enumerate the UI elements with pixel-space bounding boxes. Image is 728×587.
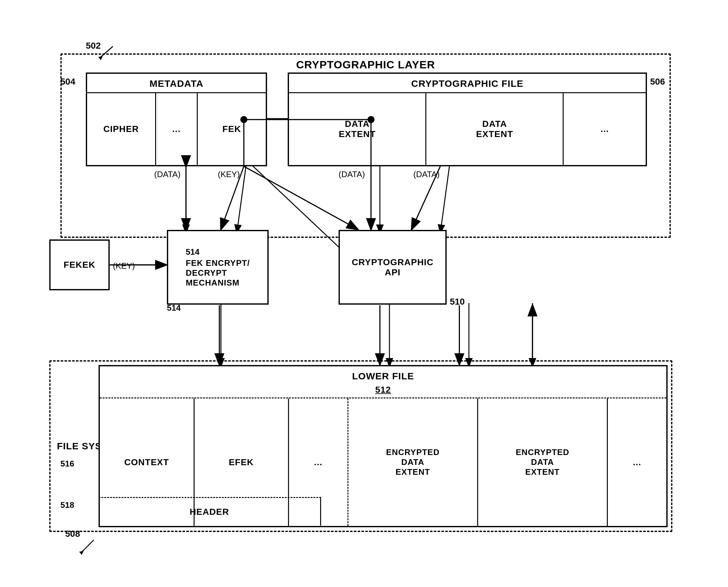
arrow-data3-label: (DATA) — [413, 169, 440, 179]
lower-file-header: LOWER FILE — [100, 366, 666, 385]
encrypted-data-extent2-cell: ENCRYPTED DATA EXTENT — [478, 398, 608, 526]
svg-line-21 — [81, 540, 94, 553]
ref-504-label: 504 — [60, 77, 75, 87]
data-extent2-cell: DATA EXTENT — [426, 93, 564, 165]
fek-cell: FEK — [198, 93, 266, 165]
data-extent1-cell: DATA EXTENT — [289, 93, 426, 165]
arrow-data1-label: (DATA) — [154, 169, 180, 179]
arrow-key1-label: (KEY) — [218, 169, 240, 179]
ref-514-outside: 514 — [167, 303, 180, 313]
arrow-data2-label: (DATA) — [339, 169, 365, 179]
cryptographic-file-label: CRYPTOGRAPHIC FILE — [289, 74, 646, 93]
metadata-box: METADATA CIPHER ... FEK — [86, 72, 267, 166]
svg-marker-20 — [98, 56, 103, 60]
header-cell: HEADER — [99, 497, 321, 526]
metadata-label: METADATA — [87, 74, 266, 93]
ellipsis4-cell: ... — [608, 398, 666, 526]
fek-encrypt-box: 514 FEK ENCRYPT/ DECRYPT MECHANISM — [167, 230, 269, 305]
diagram: 502 CRYPTOGRAPHIC LAYER 504 METADATA CIP… — [30, 23, 698, 564]
ellipsis2-cell: ... — [564, 93, 646, 165]
arrow-key2-label: (KEY) — [113, 261, 135, 271]
ref-516-label: 516 — [60, 459, 74, 469]
ref-508-arrow — [75, 538, 100, 557]
ref-508-label: 508 — [65, 529, 80, 539]
fekek-box: FEKEK — [49, 239, 110, 290]
encrypted-data-extent1-cell: ENCRYPTED DATA EXTENT — [348, 398, 478, 526]
cryptographic-api-box: CRYPTOGRAPHIC API — [339, 230, 447, 305]
ellipsis1-cell: ... — [156, 93, 198, 165]
ref-506-label: 506 — [650, 77, 665, 87]
svg-line-19 — [100, 46, 113, 57]
cryptographic-layer-label: CRYPTOGRAPHIC LAYER — [296, 58, 435, 71]
ref-502-arrow — [94, 45, 119, 63]
ref-514-label: 514 — [186, 247, 250, 257]
ref-512-area: 512 — [100, 385, 666, 395]
ref-510-label: 510 — [450, 297, 465, 307]
cryptographic-file-box: CRYPTOGRAPHIC FILE DATA EXTENT DATA EXTE… — [288, 72, 647, 166]
svg-marker-22 — [79, 551, 83, 555]
cipher-cell: CIPHER — [87, 93, 156, 165]
ref-518-label: 518 — [60, 500, 74, 510]
